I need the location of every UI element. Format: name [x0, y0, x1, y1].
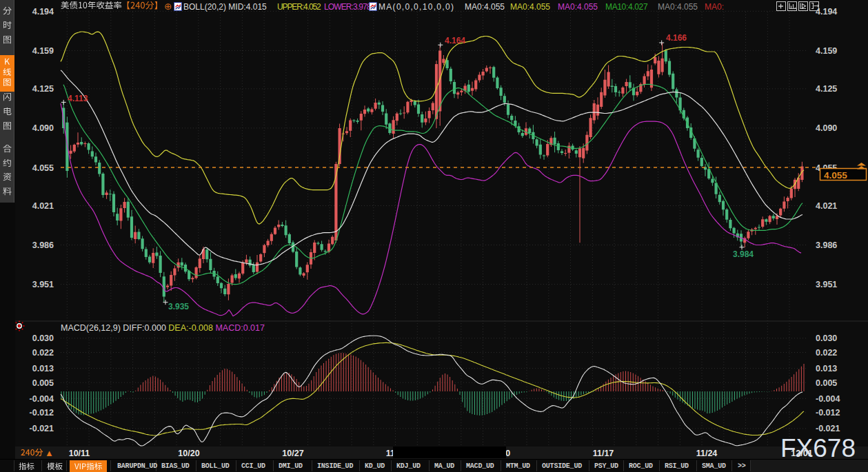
- svg-text:-0.012: -0.012: [30, 408, 54, 418]
- svg-text:0.013: 0.013: [816, 364, 837, 373]
- svg-text:11/17: 11/17: [593, 449, 614, 458]
- svg-text:4.090: 4.090: [816, 123, 837, 133]
- svg-text:4.194: 4.194: [32, 7, 54, 17]
- svg-text:4.055: 4.055: [824, 170, 847, 181]
- svg-text:3.951: 3.951: [32, 280, 54, 289]
- svg-text:4.125: 4.125: [32, 84, 54, 94]
- svg-text:4.021: 4.021: [816, 201, 837, 211]
- svg-text:3.951: 3.951: [816, 280, 837, 289]
- svg-text:11/24: 11/24: [696, 449, 718, 458]
- svg-text:-0.012: -0.012: [816, 408, 840, 418]
- svg-text:0.022: 0.022: [32, 348, 54, 358]
- svg-text:-0.021: -0.021: [30, 424, 54, 433]
- svg-text:4.090: 4.090: [32, 123, 54, 133]
- svg-text:4.125: 4.125: [816, 84, 837, 94]
- svg-text:FX678: FX678: [780, 434, 856, 462]
- svg-text:10/27: 10/27: [282, 449, 303, 458]
- svg-text:3.984: 3.984: [733, 249, 754, 259]
- svg-text:0.013: 0.013: [32, 364, 54, 373]
- svg-text:0.030: 0.030: [32, 334, 54, 343]
- svg-text:0.030: 0.030: [816, 334, 837, 343]
- svg-text:3.986: 3.986: [816, 240, 837, 250]
- svg-text:3.986: 3.986: [32, 240, 54, 250]
- svg-text:4.166: 4.166: [666, 33, 687, 43]
- svg-text:0.005: 0.005: [816, 378, 837, 388]
- svg-text:4.055: 4.055: [32, 163, 54, 173]
- svg-text:10/11: 10/11: [69, 449, 90, 458]
- svg-text:4.159: 4.159: [816, 46, 837, 56]
- svg-text:0.022: 0.022: [816, 348, 837, 358]
- svg-text:10/20: 10/20: [178, 449, 199, 458]
- svg-text:4.164: 4.164: [445, 36, 465, 45]
- svg-text:4.159: 4.159: [32, 46, 54, 56]
- svg-text:-0.004: -0.004: [816, 394, 840, 404]
- svg-text:3.935: 3.935: [168, 302, 189, 311]
- svg-text:4.021: 4.021: [32, 201, 54, 211]
- svg-text:4.113: 4.113: [68, 94, 88, 103]
- svg-text:-0.021: -0.021: [816, 424, 840, 433]
- svg-text:-0.004: -0.004: [30, 394, 54, 404]
- svg-text:0.005: 0.005: [32, 378, 54, 388]
